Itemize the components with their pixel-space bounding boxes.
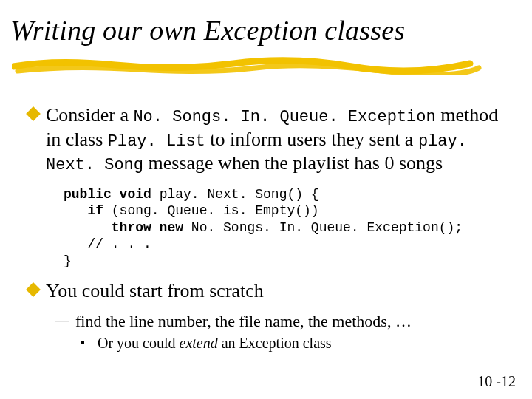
text: message when the playlist has 0 songs (143, 152, 443, 174)
text: You could start from scratch (46, 280, 264, 301)
subbullet-find: — find the line number, the file name, t… (55, 311, 510, 332)
code-inline: No. Songs. In. Queue. Exception (133, 108, 435, 126)
title-underline (12, 55, 485, 75)
text-em: extend (180, 335, 218, 351)
code-kw: public void (64, 187, 151, 202)
code-text: play. Next. Song() { (151, 187, 319, 202)
bullet-consider: Consider a No. Songs. In. Queue. Excepti… (28, 103, 510, 176)
slide-body: Consider a No. Songs. In. Queue. Excepti… (28, 103, 510, 352)
code-kw: if (64, 203, 103, 218)
slide: Writing our own Exception classes Consid… (0, 0, 532, 399)
text: an Exception class (218, 335, 332, 351)
text: find the line number, the file name, the… (75, 312, 412, 330)
subsubbullet-extend: Or you could extend an Exception class (81, 334, 510, 352)
code-block: public void play. Next. Song() { if (son… (64, 186, 510, 270)
text: Or you could (98, 335, 180, 351)
dash-bullet-icon: — (55, 311, 69, 330)
dot-bullet-icon (81, 341, 84, 344)
code-text: (song. Queue. is. Empty()) (103, 203, 319, 218)
text: to inform users they sent a (205, 129, 418, 150)
text: Consider a (46, 104, 133, 126)
code-text: } (64, 253, 72, 268)
code-inline: Play. List (108, 132, 205, 151)
slide-title: Writing our own Exception classes (10, 16, 405, 46)
bullet-scratch: You could start from scratch (28, 279, 510, 304)
slide-number: 10 -12 (477, 373, 516, 390)
code-text: No. Songs. In. Queue. Exception(); (183, 220, 463, 235)
code-text: // . . . (64, 236, 151, 251)
diamond-bullet-icon (26, 282, 41, 297)
code-kw: throw new (64, 220, 183, 235)
diamond-bullet-icon (26, 106, 41, 121)
